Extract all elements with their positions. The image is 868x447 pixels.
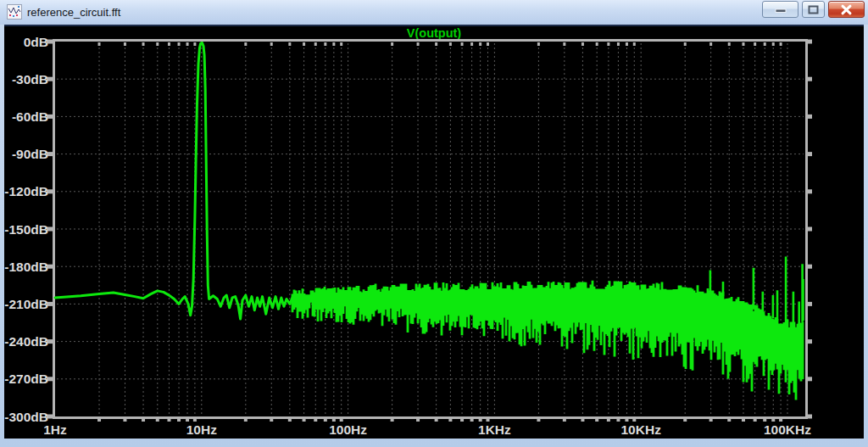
- tick-marks: [47, 40, 812, 422]
- y-tick-label: -60dB: [12, 109, 48, 124]
- axis-labels: 0dB-30dB-60dB-90dB-120dB-150dB-180dB-210…: [4, 35, 811, 438]
- y-tick-label: -90dB: [12, 147, 48, 161]
- y-tick-label: -270dB: [4, 372, 48, 386]
- y-tick-label: 0dB: [24, 35, 48, 49]
- y-tick-label: -120dB: [4, 184, 48, 198]
- y-tick-label: -300dB: [4, 410, 48, 424]
- y-tick-label: -180dB: [4, 260, 48, 274]
- x-tick-label: 100KHz: [764, 422, 811, 437]
- ltspice-fft-window: reference_circuit.fft V(output) 0dB-30dB…: [0, 0, 868, 447]
- y-tick-label: -240dB: [4, 334, 48, 349]
- noise-band: [292, 281, 803, 400]
- y-tick-label: -150dB: [4, 222, 48, 237]
- y-tick-label: -210dB: [4, 297, 48, 311]
- fft-trace: [55, 43, 804, 400]
- trace-line: [55, 43, 293, 320]
- x-tick-label: 1KHz: [478, 422, 511, 437]
- fft-chart: 0dB-30dB-60dB-90dB-120dB-150dB-180dB-210…: [0, 0, 868, 447]
- y-tick-label: -30dB: [12, 72, 48, 87]
- x-tick-label: 100Hz: [329, 422, 367, 437]
- x-tick-label: 1Hz: [43, 422, 67, 437]
- x-tick-label: 10Hz: [186, 422, 217, 437]
- x-tick-label: 10KHz: [621, 422, 662, 437]
